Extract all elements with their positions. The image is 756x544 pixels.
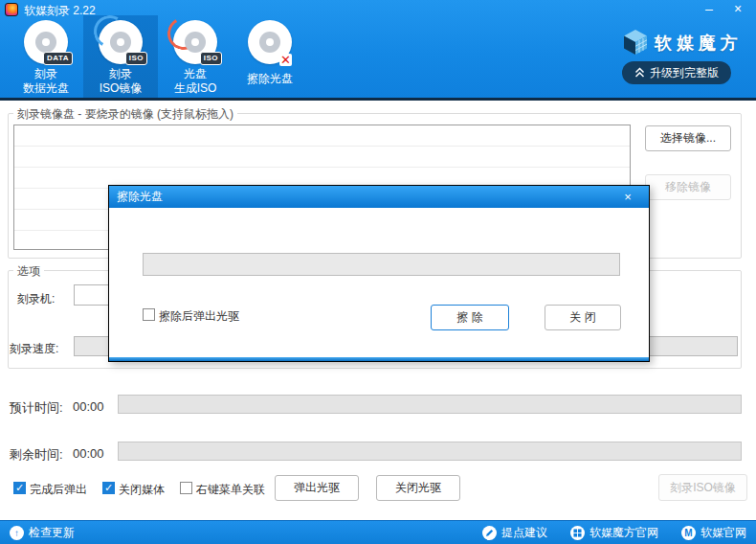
data-disc-icon: DATA: [24, 20, 68, 64]
iso-badge: ISO: [200, 52, 222, 65]
pencil-icon: [482, 526, 497, 540]
brand-name: 软媒魔方: [655, 32, 743, 55]
dialog-titlebar[interactable]: 擦除光盘: [109, 186, 649, 208]
m-logo-icon: M: [681, 526, 696, 540]
header: 软媒刻录 2.22 – × DATA 刻录 数据光盘 ISO 刻录 ISO镜像: [0, 0, 756, 101]
feedback-link[interactable]: 提点建议: [482, 525, 547, 541]
mofang-site-label: 软媒魔方官网: [589, 525, 658, 541]
estimated-progressbar: [118, 395, 742, 414]
tab-burn-iso-image[interactable]: ISO 刻录 ISO镜像: [83, 15, 158, 98]
ruanmei-cube-icon: [622, 29, 649, 56]
ruanmei-site-link[interactable]: M 软媒官网: [681, 525, 746, 541]
close-drive-button[interactable]: 关闭光驱: [376, 475, 460, 501]
context-menu-checkbox[interactable]: [180, 482, 192, 494]
iso-disc-icon: ISO: [99, 20, 143, 64]
eject-after-erase-checkbox[interactable]: [143, 308, 155, 321]
data-badge: DATA: [43, 52, 73, 65]
update-arrow-icon: ↑: [10, 526, 24, 540]
tab-erase-disc[interactable]: ✕ 擦除光盘: [233, 15, 307, 98]
burner-label: 刻录机:: [17, 291, 55, 307]
tab-label: 生成ISO: [158, 81, 233, 96]
tab-label: ISO镜像: [83, 81, 158, 96]
remaining-progressbar: [118, 442, 742, 461]
close-media-label[interactable]: 关闭媒体: [119, 482, 165, 498]
burn-group-title: 刻录镜像盘 - 要烧录的镜像 (支持鼠标拖入): [13, 106, 237, 123]
estimated-time-value: 00:00: [73, 399, 104, 414]
dialog-title: 擦除光盘: [117, 190, 163, 203]
mofang-site-link[interactable]: 软媒魔方官网: [570, 525, 658, 541]
dialog-close-button[interactable]: 关 闭: [545, 305, 621, 330]
tab-label: 擦除光盘: [233, 72, 307, 86]
eject-drive-button[interactable]: 弹出光驱: [275, 475, 359, 501]
remove-image-button: 移除镜像: [645, 174, 731, 200]
dialog-close-icon[interactable]: ×: [620, 186, 635, 208]
statusbar: ↑ 检查更新 提点建议 软媒魔方官网 M 软: [0, 520, 756, 544]
check-update-link[interactable]: ↑ 检查更新: [10, 525, 75, 541]
tab-label: 刻录: [83, 67, 158, 81]
remaining-time-label: 剩余时间:: [10, 446, 63, 464]
ruanmei-site-label: 软媒官网: [700, 525, 746, 541]
select-image-button[interactable]: 选择镜像...: [645, 125, 731, 151]
estimated-time-label: 预计时间:: [10, 399, 63, 417]
tab-label: 光盘: [158, 67, 233, 81]
erase-disc-icon: ✕: [248, 20, 292, 64]
iso-badge: ISO: [125, 52, 147, 65]
erase-disc-dialog: 擦除光盘 × 擦除后弹出光驱 擦 除 关 闭: [108, 185, 650, 362]
burn-iso-button: 刻录ISO镜像: [658, 474, 747, 501]
minimize-button[interactable]: –: [699, 2, 720, 17]
app-window: 软媒刻录 2.22 – × DATA 刻录 数据光盘 ISO 刻录 ISO镜像: [0, 0, 756, 544]
options-group-title: 选项: [13, 263, 44, 280]
tab-label: 刻录: [9, 67, 83, 81]
disc-to-iso-icon: ISO: [173, 20, 217, 64]
feedback-label: 提点建议: [501, 525, 547, 541]
context-menu-label[interactable]: 右键菜单关联: [196, 482, 265, 498]
tab-label: 数据光盘: [9, 81, 83, 96]
erase-progressbar: [143, 253, 620, 276]
speed-label: 刻录速度:: [10, 341, 58, 357]
grid-icon: [570, 526, 585, 540]
eject-after-erase-label[interactable]: 擦除后弹出光驱: [159, 308, 239, 325]
dialog-bottom-accent: [109, 357, 649, 361]
red-x-icon: ✕: [279, 54, 292, 66]
check-update-label: 检查更新: [29, 525, 75, 541]
close-button[interactable]: ×: [727, 2, 748, 17]
upgrade-label: 升级到完整版: [650, 65, 719, 81]
remaining-time-value: 00:00: [73, 446, 104, 461]
tab-disc-to-iso[interactable]: ISO 光盘 生成ISO: [158, 15, 233, 98]
eject-after-finish-checkbox[interactable]: [13, 482, 26, 494]
tab-burn-data-disc[interactable]: DATA 刻录 数据光盘: [9, 15, 83, 98]
eject-after-finish-label[interactable]: 完成后弹出: [30, 482, 87, 498]
app-logo-icon: [5, 3, 18, 16]
erase-button[interactable]: 擦 除: [431, 305, 509, 330]
double-chevron-up-icon: [634, 67, 645, 79]
close-media-checkbox[interactable]: [102, 482, 115, 494]
upgrade-button[interactable]: 升级到完整版: [622, 61, 731, 84]
